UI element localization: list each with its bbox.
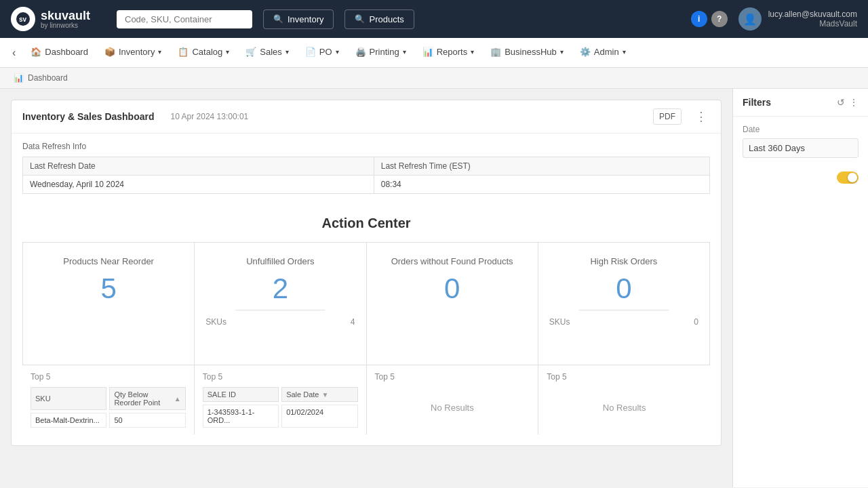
refresh-table: Last Refresh Date Last Refresh Time (EST… [22,157,710,194]
more-button[interactable]: ⋮ [692,109,710,124]
gear-icon: ⚙️ [580,47,591,57]
logo-name: skuvault [41,9,90,22]
logo-area: sv skuvault by linnworks [11,7,106,31]
top5-col-sku: SKU [31,387,106,410]
nav-item-reports[interactable]: 📊 Reports ▾ [414,38,483,68]
top5-reorder-label: Top 5 [31,372,186,382]
skus-label: SKUs [205,317,226,327]
file-icon: 📄 [305,47,316,57]
top5-high-risk: Top 5 No Results [538,365,710,434]
main-layout: Inventory & Sales Dashboard 10 Apr 2024 … [0,89,868,487]
breadcrumb-icon: 📊 [14,73,24,83]
card-high-risk-number[interactable]: 0 [616,274,631,303]
top5-unfulfilled-header: SALE ID Sale Date ▼ [203,387,358,402]
card-no-found: Orders without Found Products 0 [367,243,538,365]
filter-toggle[interactable] [837,171,859,184]
breadcrumb: 📊 Dashboard [0,68,868,89]
card-high-risk-title: High Risk Orders [590,256,657,266]
logo-sub: by linnworks [41,22,90,29]
card-divider [235,310,325,310]
top5-no-found: Top 5 No Results [367,365,538,434]
filter-toggle-area [733,166,868,189]
chevron-down-icon: ▾ [403,48,406,56]
chevron-down-icon: ▾ [158,48,161,56]
inventory-nav-btn[interactable]: 🔍 Inventory [263,9,334,29]
nav-item-businesshub[interactable]: 🏢 BusinessHub ▾ [482,38,572,68]
table-row: 1-343593-1-1-ORD... 01/02/2024 [203,405,358,428]
top5-reorder: Top 5 SKU Qty Below Reorder Point ▲ Bet [22,365,194,434]
nav-back-btn[interactable]: ‹ [5,47,22,59]
chevron-down-icon: ▾ [471,48,474,56]
panel-header: Inventory & Sales Dashboard 10 Apr 2024 … [12,100,721,134]
filter-date-value[interactable]: Last 360 Days [743,138,859,158]
dashboard-panel: Inventory & Sales Dashboard 10 Apr 2024 … [11,100,722,446]
nav-items: 🏠 Dashboard 📦 Inventory ▾ 📋 Catalog ▾ 🛒 … [22,38,633,68]
card-unfulfilled-meta: SKUs 4 [205,317,355,327]
card-divider [579,310,669,310]
chevron-down-icon: ▾ [226,48,229,56]
svg-text:sv: sv [19,16,27,23]
breadcrumb-label: Dashboard [28,73,68,83]
no-results-label: No Results [547,387,702,428]
table-row: Wednesday, April 10 2024 08:34 [23,176,710,194]
cell-qty: 50 [109,413,185,428]
user-area: 👤 lucy.allen@skuvault.com MadsVault [738,7,857,30]
nav-item-printing[interactable]: 🖨️ Printing ▾ [347,38,414,68]
nav-item-po[interactable]: 📄 PO ▾ [297,38,347,68]
top5-unfulfilled: Top 5 SALE ID Sale Date ▼ 1-343593-1-1- [195,365,366,434]
chevron-down-icon: ▾ [560,48,564,56]
navbar: ‹ 🏠 Dashboard 📦 Inventory ▾ 📋 Catalog ▾ … [0,38,868,68]
box-icon: 📦 [104,47,115,57]
card-reorder: Products Near Reorder 5 [23,243,194,365]
topbar: sv skuvault by linnworks 🔍 Inventory 🔍 P… [0,0,868,38]
nav-item-inventory[interactable]: 📦 Inventory ▾ [96,38,170,68]
card-no-found-title: Orders without Found Products [391,256,513,266]
top5-reorder-header: SKU Qty Below Reorder Point ▲ [31,387,186,410]
card-unfulfilled-number[interactable]: 2 [273,274,288,303]
hub-icon: 🏢 [490,47,501,57]
toggle-knob [848,173,857,182]
refresh-col2-header: Last Refresh Time (EST) [374,157,709,176]
no-results-label: No Results [375,387,530,428]
refresh-time-value: 08:34 [374,176,709,194]
card-unfulfilled-title: Unfulfilled Orders [246,256,314,266]
sort-icon: ▲ [174,395,181,403]
panel-title: Inventory & Sales Dashboard [22,111,155,122]
help-button[interactable]: ? [711,11,728,27]
card-high-risk-meta: SKUs 0 [549,317,698,327]
top5-no-found-label: Top 5 [375,372,530,382]
skus-label: SKUs [549,317,570,327]
avatar: 👤 [738,7,762,30]
nav-item-admin[interactable]: ⚙️ Admin ▾ [572,38,634,68]
filters-sidebar: Filters ↺ ⋮ Date Last 360 Days [732,89,868,487]
user-email: lucy.allen@skuvault.com [768,9,857,19]
card-no-found-number[interactable]: 0 [444,274,460,303]
sort-icon: ▼ [321,391,328,399]
action-center-title: Action Center [22,216,710,231]
nav-item-dashboard[interactable]: 🏠 Dashboard [22,38,96,68]
products-nav-btn[interactable]: 🔍 Products [344,9,414,29]
info-button[interactable]: i [691,11,707,27]
user-vault: MadsVault [819,19,857,28]
search-icon: 🔍 [355,14,365,24]
search-input[interactable] [117,10,252,28]
card-reorder-title: Products Near Reorder [63,256,154,266]
filter-date-label: Date [743,125,859,134]
catalog-icon: 📋 [178,47,189,57]
user-info: lucy.allen@skuvault.com MadsVault [768,9,857,28]
sidebar-more-btn[interactable]: ⋮ [849,97,859,108]
pdf-button[interactable]: PDF [653,108,682,125]
nav-item-sales[interactable]: 🛒 Sales ▾ [237,38,297,68]
refresh-date-value: Wednesday, April 10 2024 [23,176,374,194]
nav-item-catalog[interactable]: 📋 Catalog ▾ [170,38,237,68]
card-reorder-number[interactable]: 5 [100,274,116,303]
logo-icon: sv [11,7,35,31]
content-area: Inventory & Sales Dashboard 10 Apr 2024 … [0,89,732,487]
sidebar-title: Filters [743,97,771,108]
sidebar-reset-btn[interactable]: ↺ [837,97,845,108]
card-high-risk: High Risk Orders 0 SKUs 0 [538,243,709,365]
help-buttons: i ? [691,11,728,27]
top5-col-qty: Qty Below Reorder Point ▲ [109,387,185,410]
cart-icon: 🛒 [245,47,256,57]
chevron-down-icon: ▾ [285,48,289,56]
